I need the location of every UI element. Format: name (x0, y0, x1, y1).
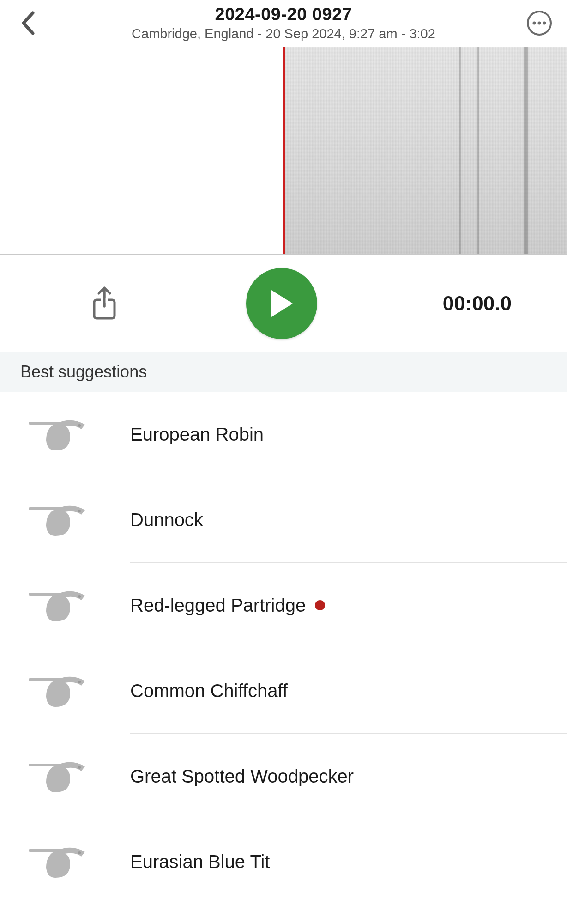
suggestion-row[interactable]: Great Spotted Woodpecker (0, 734, 567, 819)
share-icon (90, 286, 118, 321)
spectrogram[interactable] (0, 47, 567, 255)
bird-icon (26, 839, 95, 885)
suggestions-list: European Robin Dunnock Red-legged Partri… (0, 392, 567, 904)
suggestion-row[interactable]: Common Chiffchaff (0, 648, 567, 733)
suggestion-row[interactable]: Red-legged Partridge (0, 563, 567, 648)
play-icon (269, 289, 295, 318)
back-button[interactable] (13, 8, 42, 38)
svg-point-18 (78, 766, 81, 769)
suggestion-name: Great Spotted Woodpecker (130, 766, 354, 787)
suggestion-row[interactable]: European Robin (0, 392, 567, 477)
spectrogram-streak (477, 47, 479, 254)
svg-point-1 (533, 22, 536, 25)
playback-time: 00:00.0 (443, 292, 512, 315)
suggestion-label: Red-legged Partridge (130, 595, 325, 616)
bird-icon (26, 753, 95, 799)
svg-point-2 (538, 22, 541, 25)
svg-point-10 (78, 424, 81, 427)
bird-icon (26, 411, 95, 457)
suggestion-name: European Robin (130, 424, 264, 445)
suggestion-name: Dunnock (130, 510, 203, 530)
header: 2024-09-20 0927 Cambridge, England - 20 … (0, 0, 567, 45)
flag-dot-icon (315, 600, 325, 610)
playback-controls: 00:00.0 (0, 255, 567, 352)
suggestion-row[interactable]: Dunnock (0, 477, 567, 562)
share-button[interactable] (88, 287, 121, 320)
play-button[interactable] (246, 268, 317, 339)
page-subtitle: Cambridge, England - 20 Sep 2024, 9:27 a… (42, 26, 525, 42)
suggestion-label: European Robin (130, 424, 264, 445)
svg-point-20 (78, 851, 81, 854)
bird-icon (26, 497, 95, 543)
suggestion-name: Common Chiffchaff (130, 681, 288, 701)
best-suggestions-header: Best suggestions (0, 352, 567, 392)
playhead[interactable] (284, 47, 285, 254)
svg-marker-8 (271, 290, 293, 317)
svg-point-16 (78, 681, 81, 683)
suggestion-label: Great Spotted Woodpecker (130, 766, 354, 787)
suggestion-label: Eurasian Blue Tit (130, 851, 270, 872)
chevron-left-icon (20, 11, 36, 35)
bird-icon (26, 668, 95, 714)
more-button[interactable] (525, 8, 554, 38)
page-title: 2024-09-20 0927 (42, 5, 525, 24)
svg-point-14 (78, 595, 81, 598)
svg-point-12 (78, 510, 81, 512)
title-block: 2024-09-20 0927 Cambridge, England - 20 … (42, 5, 525, 42)
suggestion-name: Red-legged Partridge (130, 595, 306, 616)
suggestion-name: Eurasian Blue Tit (130, 851, 270, 872)
more-horizontal-icon (526, 10, 552, 36)
spectrogram-streak (459, 47, 461, 254)
suggestion-label: Common Chiffchaff (130, 681, 288, 701)
spectrogram-streak (524, 47, 528, 254)
suggestion-label: Dunnock (130, 510, 203, 530)
svg-point-3 (543, 22, 546, 25)
bird-icon (26, 582, 95, 628)
suggestion-row[interactable]: Eurasian Blue Tit (0, 819, 567, 904)
